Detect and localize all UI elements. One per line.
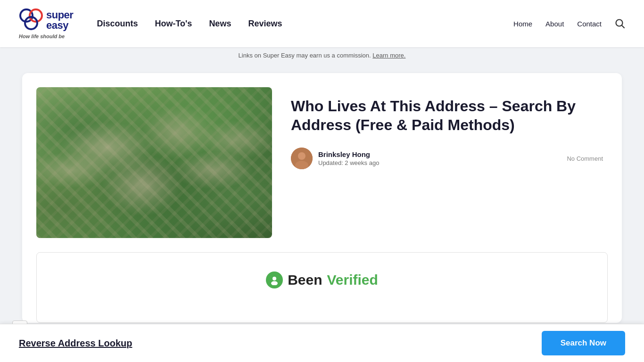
notice-text: Links on Super Easy may earn us a commis… — [239, 52, 373, 59]
article-meta: Brinksley Hong Updated: 2 weeks ago No C… — [291, 148, 603, 169]
article-hero: Who Lives At This Address – Search By Ad… — [22, 73, 622, 252]
bv-been-text: Been — [288, 272, 322, 288]
search-icon[interactable] — [615, 18, 625, 29]
author-row: Brinksley Hong Updated: 2 weeks ago — [291, 148, 379, 169]
author-details: Brinksley Hong Updated: 2 weeks ago — [318, 150, 379, 166]
beenverified-logo[interactable]: BeenVerified — [266, 272, 378, 288]
nav-home[interactable]: Home — [513, 20, 532, 28]
main-nav: Discounts How-To's News Reviews — [97, 19, 282, 29]
article-image-wrap — [36, 87, 272, 238]
no-comment: No Comment — [567, 155, 603, 162]
nav-about[interactable]: About — [545, 20, 564, 28]
bv-verified-text: Verified — [327, 272, 378, 288]
nav-item-discounts[interactable]: Discounts — [97, 19, 138, 29]
header: super easy How life should be Discounts … — [0, 0, 644, 47]
svg-line-4 — [622, 25, 624, 28]
main-content: Who Lives At This Address – Search By Ad… — [11, 64, 633, 332]
nav-item-reviews[interactable]: Reviews — [248, 19, 282, 29]
search-now-button[interactable]: Search Now — [542, 331, 625, 355]
svg-point-8 — [272, 277, 276, 280]
sticky-title: Reverse Address Lookup — [19, 338, 132, 349]
logo-easy: easy — [46, 20, 73, 31]
notice-learn-more[interactable]: Learn more. — [372, 52, 405, 59]
article-hero-image — [36, 87, 272, 238]
nav-contact[interactable]: Contact — [577, 20, 602, 28]
svg-point-9 — [271, 281, 278, 286]
sticky-bottom-bar: Reverse Address Lookup Search Now — [0, 324, 644, 362]
notice-bar: Links on Super Easy may earn us a commis… — [0, 47, 644, 64]
header-right: Home About Contact — [513, 18, 625, 29]
logo-super: super — [46, 10, 73, 20]
logo[interactable]: super easy How life should be — [19, 8, 73, 39]
article-card: Who Lives At This Address – Search By Ad… — [22, 73, 622, 323]
article-title: Who Lives At This Address – Search By Ad… — [291, 97, 603, 134]
logo-icon: super easy — [19, 8, 73, 33]
avatar — [291, 148, 313, 169]
logo-text: super easy — [46, 10, 73, 31]
article-info: Who Lives At This Address – Search By Ad… — [291, 87, 603, 169]
author-name: Brinksley Hong — [318, 150, 379, 158]
logo-graphic — [19, 8, 43, 33]
beenverified-icon — [266, 272, 283, 288]
nav-item-news[interactable]: News — [209, 19, 231, 29]
svg-point-6 — [298, 152, 305, 160]
author-updated: Updated: 2 weeks ago — [318, 159, 379, 166]
logo-tagline: How life should be — [19, 33, 65, 39]
beenverified-section: BeenVerified — [36, 252, 608, 323]
sticky-title-text: Reverse Address Lookup — [19, 338, 132, 348]
header-left: super easy How life should be Discounts … — [19, 8, 282, 39]
nav-item-howtos[interactable]: How-To's — [155, 19, 192, 29]
